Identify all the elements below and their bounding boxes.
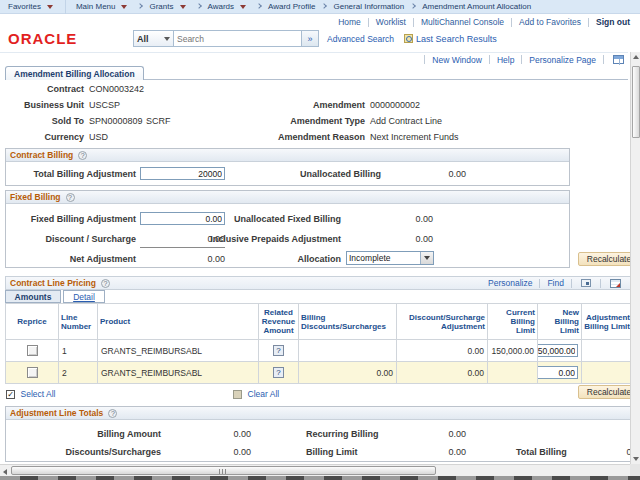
col-reprice: Reprice xyxy=(6,304,59,340)
grid-toolbar: Personalize Find First xyxy=(488,278,640,288)
tab-amounts-label: Amounts xyxy=(15,292,52,302)
vertical-scrollbar-thumb[interactable] xyxy=(632,66,640,138)
tab-detail[interactable]: Detail xyxy=(63,290,105,303)
last-search-results[interactable]: Last Search Results xyxy=(404,34,497,44)
new-billing-limit-input[interactable] xyxy=(538,366,579,379)
tab-amounts[interactable]: Amounts xyxy=(5,290,61,303)
clear-all[interactable]: Clear All xyxy=(233,389,279,399)
page-action-bar: New Window Help Personalize Page xyxy=(0,52,628,66)
breadcrumb-general-information[interactable]: General Information xyxy=(333,2,404,11)
tab-amendment-billing-allocation[interactable]: Amendment Billing Allocation xyxy=(5,66,144,80)
search-input[interactable] xyxy=(174,30,302,47)
dropdown-button[interactable] xyxy=(420,252,433,264)
find-link[interactable]: Find xyxy=(547,278,564,288)
divider xyxy=(588,18,589,27)
adjustment-line-totals-group: Adjustment Line Totals ? Billing Amount … xyxy=(5,406,640,462)
scroll-left-icon[interactable] xyxy=(3,469,7,475)
line-number-cell: 1 xyxy=(59,340,98,362)
col-line-number: Line Number xyxy=(59,304,98,340)
worklist-link[interactable]: Worklist xyxy=(376,17,406,27)
download-grid-icon[interactable] xyxy=(610,279,621,288)
advanced-search-link[interactable]: Advanced Search xyxy=(327,34,394,44)
breadcrumb-awards[interactable]: Awards xyxy=(208,2,235,11)
reprice-checkbox[interactable] xyxy=(27,345,38,356)
select-all[interactable]: ✓ Select All xyxy=(6,389,55,399)
recurring-billing-label: Recurring Billing xyxy=(306,429,396,439)
search-results-icon xyxy=(404,34,413,43)
inclusive-prepaids-label: Inclusive Prepaids Adjustment xyxy=(186,234,341,244)
view-all-icon[interactable] xyxy=(581,279,591,287)
divider xyxy=(368,18,369,27)
discount-surcharge-label: Discount / Surcharge xyxy=(6,234,136,244)
horizontal-scrollbar-thumb[interactable] xyxy=(11,466,436,475)
search-go-button[interactable]: » xyxy=(302,30,319,47)
personalize-layout-icon[interactable] xyxy=(613,55,624,64)
horizontal-scrollbar[interactable] xyxy=(0,464,640,476)
personalize-link[interactable]: Personalize xyxy=(488,278,532,288)
checked-checkbox-icon: ✓ xyxy=(6,390,15,399)
related-revenue-lookup-button[interactable]: ? xyxy=(273,367,284,378)
contract-billing-title: Contract Billing xyxy=(10,150,73,160)
line-number-cell: 2 xyxy=(59,362,98,384)
amendment-value: 0000000002 xyxy=(370,100,420,110)
amendment-type-label: Amendment Type xyxy=(200,116,365,126)
favorites-menu[interactable]: Favorites xyxy=(8,2,41,11)
help-icon[interactable]: ? xyxy=(101,279,110,288)
search-scope-value: All xyxy=(137,34,149,44)
divider xyxy=(539,279,540,288)
divider xyxy=(413,18,414,27)
total-billing-adjustment-input[interactable] xyxy=(140,167,225,180)
billing-discounts-cell xyxy=(299,340,397,362)
reprice-checkbox[interactable] xyxy=(27,367,38,378)
breadcrumb-award-profile[interactable]: Award Profile xyxy=(268,2,315,11)
search-scope-select[interactable]: All xyxy=(133,30,174,47)
billing-amount-label: Billing Amount xyxy=(6,429,161,439)
help-icon[interactable]: ? xyxy=(66,193,75,202)
col-current-billing-limit: Current Billing Limit xyxy=(488,304,538,340)
adjustment-line-totals-header: Adjustment Line Totals ? xyxy=(6,407,640,420)
breadcrumb-separator-icon xyxy=(256,3,262,9)
discount-adjustment-cell: 0.00 xyxy=(397,340,488,362)
chevron-down-icon xyxy=(164,37,170,41)
sign-out-link[interactable]: Sign out xyxy=(596,17,630,27)
scroll-up-icon[interactable] xyxy=(633,55,639,59)
allocation-dropdown[interactable]: Incomplete xyxy=(346,251,434,265)
unallocated-billing-value: 0.00 xyxy=(386,169,466,179)
personalize-page-link[interactable]: Personalize Page xyxy=(529,55,596,65)
multichannel-console-link[interactable]: MultiChannel Console xyxy=(421,17,504,27)
amendment-label: Amendment xyxy=(200,100,365,110)
breadcrumb-grants[interactable]: Grants xyxy=(149,2,173,11)
help-link[interactable]: Help xyxy=(497,55,514,65)
total-billing-label: Total Billing xyxy=(516,447,576,457)
amendment-reason-value: Next Increment Funds xyxy=(370,132,459,142)
billing-amount-value: 0.00 xyxy=(166,429,251,439)
scrollbar-grip-icon xyxy=(219,469,228,474)
vertical-scrollbar[interactable] xyxy=(630,52,640,464)
fixed-billing-adjustment-label: Fixed Billing Adjustment xyxy=(6,214,136,224)
help-icon[interactable]: ? xyxy=(108,409,117,418)
help-icon[interactable]: ? xyxy=(78,151,87,160)
contract-line-pricing-table: Reprice Line Number Product Related Reve… xyxy=(5,303,633,384)
new-window-link[interactable]: New Window xyxy=(432,55,482,65)
scroll-down-icon[interactable] xyxy=(633,457,639,461)
table-row: 1 GRANTS_REIMBURSABL ? 0.00 150,000.00 xyxy=(6,340,633,362)
adjustment-billing-limit-cell xyxy=(582,340,633,362)
discount-adjustment-cell: 0.00 xyxy=(397,362,488,384)
chevron-down-icon xyxy=(47,5,53,9)
main-menu[interactable]: Main Menu xyxy=(76,2,116,11)
net-adjustment-value: 0.00 xyxy=(140,254,225,264)
allocation-value: Incomplete xyxy=(347,253,420,263)
table-header-row: Reprice Line Number Product Related Reve… xyxy=(6,304,633,340)
contract-line-pricing-title: Contract Line Pricing xyxy=(10,278,96,288)
add-to-favorites-link[interactable]: Add to Favorites xyxy=(519,17,581,27)
amendment-reason-label: Amendment Reason xyxy=(200,132,365,142)
home-link[interactable]: Home xyxy=(338,17,361,27)
chevron-down-icon xyxy=(121,5,127,9)
new-billing-limit-input[interactable] xyxy=(538,344,579,357)
allocation-label: Allocation xyxy=(241,254,341,264)
recurring-billing-value: 0.00 xyxy=(386,429,466,439)
related-revenue-lookup-button[interactable]: ? xyxy=(273,345,284,356)
taskbar-sliver xyxy=(0,476,640,480)
last-search-results-link: Last Search Results xyxy=(416,34,497,44)
col-product: Product xyxy=(98,304,259,340)
